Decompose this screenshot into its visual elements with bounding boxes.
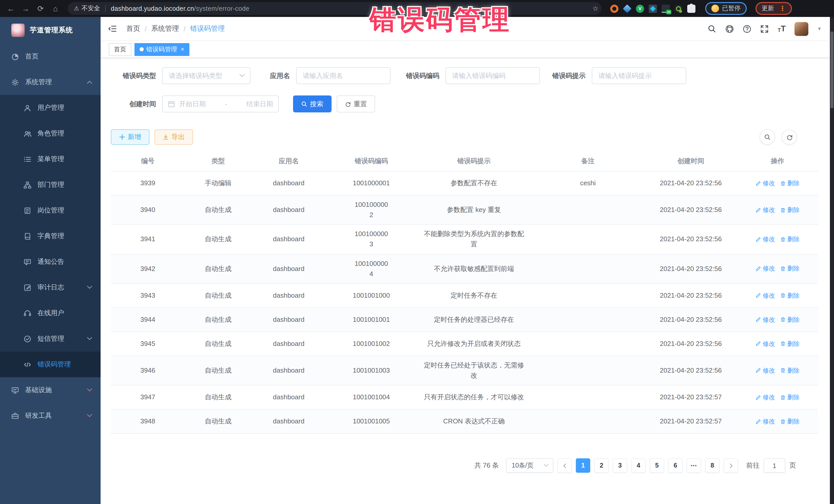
- browser-menu-icon[interactable]: ⋮: [779, 5, 786, 12]
- switch-extension-icon[interactable]: on: [662, 4, 670, 13]
- sidebar-item-菜单管理[interactable]: 菜单管理: [0, 146, 101, 172]
- sidebar-item-首页[interactable]: 首页: [0, 44, 101, 69]
- cell-time: 2021-04-20 23:52:56: [644, 338, 737, 350]
- error-type-select[interactable]: 请选择错误码类型: [162, 67, 250, 84]
- delete-link[interactable]: 删除: [780, 264, 799, 273]
- edit-link[interactable]: 修改: [755, 205, 775, 215]
- back-icon[interactable]: ←: [5, 3, 17, 14]
- delete-link[interactable]: 删除: [780, 417, 799, 426]
- sidebar-item-错误码管理[interactable]: 错误码管理: [0, 352, 101, 377]
- sidebar-item-系统管理[interactable]: 系统管理: [0, 69, 101, 95]
- delete-link[interactable]: 删除: [780, 178, 799, 188]
- delete-link[interactable]: 删除: [780, 393, 799, 402]
- sidebar-item-在线用户[interactable]: 在线用户: [0, 300, 101, 326]
- add-button[interactable]: 新增: [111, 129, 149, 145]
- cell-actions: 修改删除: [737, 314, 818, 325]
- key-extension-icon[interactable]: [674, 4, 683, 13]
- font-size-icon[interactable]: TT: [777, 25, 786, 33]
- user-avatar[interactable]: [794, 22, 808, 36]
- sidebar-item-基础设施[interactable]: 基础设施: [0, 377, 101, 403]
- delete-link[interactable]: 删除: [780, 366, 799, 375]
- cell-type: 自动生成: [185, 313, 251, 326]
- error-code-input[interactable]: [446, 68, 540, 84]
- sidebar-item-部门管理[interactable]: 部门管理: [0, 172, 101, 198]
- more-pages-button[interactable]: •••: [687, 458, 701, 473]
- delete-link[interactable]: 删除: [780, 291, 799, 300]
- edit-link[interactable]: 修改: [755, 264, 775, 273]
- help-icon[interactable]: [743, 24, 751, 33]
- toggle-search-button[interactable]: [760, 129, 775, 145]
- prev-page-button[interactable]: [557, 458, 572, 473]
- page-buttons: 123456•••8: [576, 458, 720, 473]
- collapse-sidebar-icon[interactable]: [108, 25, 117, 33]
- page-button-1[interactable]: 1: [576, 458, 590, 473]
- v-extension-icon[interactable]: V: [636, 4, 644, 13]
- chevron-down-icon[interactable]: ▼: [817, 26, 822, 31]
- page-button-5[interactable]: 5: [650, 458, 664, 473]
- breadcrumb-item[interactable]: 首页: [126, 24, 140, 34]
- edit-link[interactable]: 修改: [755, 393, 775, 402]
- refresh-icon: [786, 134, 793, 140]
- search-icon[interactable]: [708, 24, 717, 33]
- address-bar[interactable]: ⚠ 不安全 dashboard.yudao.iocoder.cn/system/…: [68, 2, 601, 15]
- app-name-input[interactable]: [297, 68, 390, 84]
- reset-button[interactable]: 重置: [337, 95, 375, 112]
- close-icon[interactable]: ×: [181, 46, 184, 52]
- grid-extension-icon[interactable]: [649, 4, 657, 13]
- sidebar-item-字典管理[interactable]: 字典管理: [0, 223, 101, 249]
- edit-link[interactable]: 修改: [755, 417, 775, 426]
- error-hint-input[interactable]: [592, 68, 686, 84]
- edit-link[interactable]: 修改: [755, 235, 775, 244]
- delete-link[interactable]: 删除: [780, 315, 799, 324]
- trash-icon: [780, 207, 786, 213]
- scrollbar-thumb[interactable]: [830, 31, 833, 108]
- puzzle-extension-icon[interactable]: [687, 4, 696, 13]
- page-button-3[interactable]: 3: [613, 458, 627, 473]
- browser-update-button[interactable]: 更新 ⋮: [755, 2, 792, 15]
- app-logo-row[interactable]: 芋道管理系统: [0, 17, 101, 44]
- fullscreen-icon[interactable]: [760, 24, 769, 33]
- sidebar-item-用户管理[interactable]: 用户管理: [0, 95, 101, 120]
- sidebar-item-研发工具[interactable]: 研发工具: [0, 403, 101, 429]
- refresh-table-button[interactable]: [782, 129, 797, 145]
- delete-label: 删除: [787, 315, 799, 324]
- window-scrollbar[interactable]: [830, 17, 834, 504]
- sidebar-item-角色管理[interactable]: 角色管理: [0, 120, 101, 146]
- github-icon[interactable]: [725, 24, 734, 33]
- page-button-2[interactable]: 2: [594, 458, 609, 473]
- delete-link[interactable]: 删除: [780, 205, 799, 215]
- sidebar-item-短信管理[interactable]: 短信管理: [0, 326, 101, 352]
- sidebar-item-审计日志[interactable]: 审计日志: [0, 275, 101, 300]
- export-button[interactable]: 导出: [154, 129, 193, 145]
- profile-paused-badge[interactable]: 已暂停: [705, 2, 747, 15]
- goto-page-input[interactable]: [764, 458, 785, 473]
- search-button[interactable]: 搜索: [293, 95, 332, 112]
- ubuntu-extension-icon[interactable]: [610, 4, 618, 13]
- breadcrumb-item[interactable]: 系统管理: [151, 24, 179, 34]
- page-size-select[interactable]: 10条/页: [506, 458, 553, 473]
- edit-link[interactable]: 修改: [755, 178, 775, 188]
- sms-icon: [24, 335, 31, 343]
- edit-link[interactable]: 修改: [755, 339, 775, 349]
- page-button-8[interactable]: 8: [705, 458, 720, 473]
- cell-type: 自动生成: [185, 391, 251, 403]
- bookmark-star-icon[interactable]: ☆: [593, 5, 598, 12]
- delete-link[interactable]: 删除: [780, 339, 799, 349]
- cell-actions: 修改删除: [737, 392, 818, 403]
- delete-link[interactable]: 删除: [780, 235, 799, 244]
- create-time-range-picker[interactable]: 开始日期 - 结束日期: [162, 95, 279, 112]
- sidebar-item-通知公告[interactable]: 通知公告: [0, 249, 101, 275]
- page-button-6[interactable]: 6: [668, 458, 683, 473]
- edit-link[interactable]: 修改: [755, 366, 775, 375]
- forward-icon[interactable]: →: [20, 3, 31, 14]
- reload-icon[interactable]: ⟳: [35, 3, 46, 14]
- gem-extension-icon[interactable]: [623, 4, 632, 13]
- page-button-4[interactable]: 4: [631, 458, 646, 473]
- edit-link[interactable]: 修改: [755, 291, 775, 300]
- next-page-button[interactable]: [724, 458, 738, 473]
- sidebar-item-岗位管理[interactable]: 岗位管理: [0, 198, 101, 223]
- home-icon[interactable]: ⌂: [50, 3, 61, 14]
- tag-首页[interactable]: 首页: [109, 43, 131, 56]
- edit-link[interactable]: 修改: [755, 315, 775, 324]
- tag-错误码管理[interactable]: 错误码管理×: [134, 43, 190, 56]
